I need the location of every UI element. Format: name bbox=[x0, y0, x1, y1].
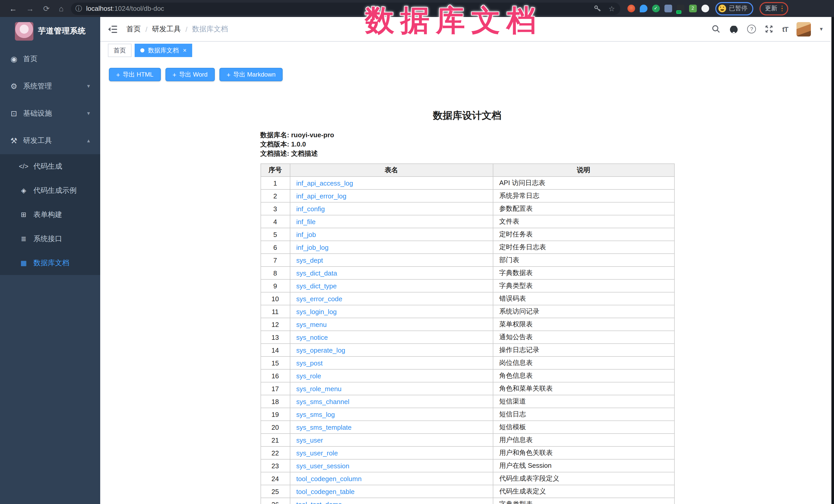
bookmark-star-icon[interactable]: ☆ bbox=[609, 4, 615, 13]
forward-icon[interactable]: → bbox=[26, 5, 34, 12]
table-name-link[interactable]: sys_dict_type bbox=[296, 282, 337, 290]
breadcrumb-home[interactable]: 首页 bbox=[126, 24, 141, 34]
password-key-icon[interactable] bbox=[593, 5, 601, 12]
table-name-link[interactable]: inf_job_log bbox=[296, 243, 329, 251]
menu-item-label: 首页 bbox=[23, 54, 38, 64]
table-header-row: 序号 表名 说明 bbox=[261, 164, 674, 177]
extension-icon[interactable] bbox=[652, 5, 660, 12]
page-content: + 导出 HTML + 导出 Word + 导出 Markdown bbox=[100, 58, 834, 504]
sidebar-menu-item[interactable]: ⚒ 研发工具 ▴ bbox=[0, 127, 100, 154]
table-name-link[interactable]: sys_menu bbox=[296, 321, 327, 328]
table-row: 26 tool_test_demo 字典类型表 bbox=[261, 498, 674, 504]
sidebar-submenu-item[interactable]: ▦ 数据库文档 bbox=[0, 251, 100, 275]
extension-icon[interactable] bbox=[677, 5, 684, 12]
row-number: 6 bbox=[261, 241, 290, 254]
paused-status-chip[interactable]: 已暂停 bbox=[715, 2, 753, 15]
table-name-link[interactable]: tool_codegen_table bbox=[296, 487, 355, 495]
extension-icon[interactable] bbox=[627, 5, 635, 12]
table-description: 岗位信息表 bbox=[493, 356, 674, 369]
help-icon[interactable]: ? bbox=[747, 25, 756, 34]
user-avatar[interactable] bbox=[797, 22, 811, 36]
table-name-link[interactable]: sys_dept bbox=[296, 256, 323, 264]
row-number: 16 bbox=[261, 369, 290, 382]
table-name-link[interactable]: sys_post bbox=[296, 359, 323, 367]
tab-close-icon[interactable]: × bbox=[183, 47, 186, 53]
sidebar-menu-item[interactable]: ⊡ 基础设施 ▾ bbox=[0, 100, 100, 127]
table-row: 9 sys_dict_type 字典类型表 bbox=[261, 279, 674, 292]
table-name-link[interactable]: sys_user_session bbox=[296, 462, 349, 469]
breadcrumb-current: 数据库文档 bbox=[192, 24, 228, 34]
export-button[interactable]: + 导出 Markdown bbox=[219, 68, 283, 81]
github-icon[interactable] bbox=[729, 24, 739, 34]
table-name-link[interactable]: inf_file bbox=[296, 218, 315, 225]
table-name-link[interactable]: tool_codegen_column bbox=[296, 475, 361, 482]
table-name-link[interactable]: sys_operate_log bbox=[296, 346, 345, 354]
tab-db-doc[interactable]: 数据库文档 × bbox=[135, 43, 192, 57]
fullscreen-icon[interactable] bbox=[765, 25, 774, 34]
table-description: 定时任务表 bbox=[493, 228, 674, 241]
table-description: 参数配置表 bbox=[493, 202, 674, 215]
table-name-link[interactable]: sys_notice bbox=[296, 333, 328, 341]
sidebar-submenu-item[interactable]: ◈ 代码生成示例 bbox=[0, 178, 100, 202]
table-name-link[interactable]: tool_test_demo bbox=[296, 500, 342, 504]
submenu-item-icon: ▦ bbox=[19, 259, 29, 267]
row-number: 1 bbox=[261, 177, 290, 190]
table-row: 23 sys_user_session 用户在线 Session bbox=[261, 459, 674, 472]
sidebar-menu-item[interactable]: ◉ 首页 bbox=[0, 45, 100, 72]
extensions-puzzle-icon[interactable] bbox=[701, 5, 709, 12]
chevron-icon: ▴ bbox=[87, 137, 90, 144]
sidebar-submenu-item[interactable]: </> 代码生成 bbox=[0, 154, 100, 178]
table-description: 字典类型表 bbox=[493, 279, 674, 292]
table-name-link[interactable]: sys_sms_channel bbox=[296, 398, 349, 405]
table-name-link[interactable]: sys_login_log bbox=[296, 308, 337, 315]
table-name-link[interactable]: sys_role bbox=[296, 372, 321, 379]
doc-meta-line: 文档描述: 文档描述 bbox=[260, 149, 674, 158]
extension-icon[interactable] bbox=[639, 5, 647, 12]
col-header-name: 表名 bbox=[290, 164, 493, 177]
sidebar-collapse-icon[interactable] bbox=[108, 25, 117, 33]
table-name-link[interactable]: sys_role_menu bbox=[296, 385, 342, 392]
table-name-link[interactable]: sys_sms_template bbox=[296, 423, 351, 431]
table-name-link[interactable]: inf_config bbox=[296, 205, 325, 213]
table-name-link[interactable]: inf_api_error_log bbox=[296, 192, 346, 200]
emoji-face-icon bbox=[718, 5, 726, 12]
submenu-item-icon: </> bbox=[19, 162, 29, 170]
table-name-link[interactable]: sys_error_code bbox=[296, 295, 342, 303]
sidebar-menu-item[interactable]: ⚙ 系统管理 ▾ bbox=[0, 72, 100, 100]
search-icon[interactable] bbox=[712, 25, 721, 34]
tab-home[interactable]: 首页 bbox=[108, 43, 132, 57]
table-description: 部门表 bbox=[493, 254, 674, 266]
browser-menu-icon[interactable] bbox=[781, 6, 783, 12]
update-browser-chip[interactable]: 更新 bbox=[759, 2, 788, 15]
chevron-icon: ▾ bbox=[87, 83, 90, 89]
breadcrumb-devtools[interactable]: 研发工具 bbox=[152, 24, 181, 34]
sidebar-submenu-item[interactable]: ⊞ 表单构建 bbox=[0, 202, 100, 227]
reload-icon[interactable]: ⟳ bbox=[43, 5, 50, 12]
table-row: 2 inf_api_error_log 系统异常日志 bbox=[261, 190, 674, 202]
table-name-link[interactable]: sys_sms_log bbox=[296, 411, 335, 418]
table-name-link[interactable]: sys_user bbox=[296, 436, 323, 444]
doc-meta: 数据库名: ruoyi-vue-pro 文档版本: 1.0.0 文档描述: bbox=[260, 131, 674, 158]
table-name-link[interactable]: inf_job bbox=[296, 231, 316, 238]
extension-icon[interactable] bbox=[689, 5, 697, 12]
export-button[interactable]: + 导出 Word bbox=[165, 68, 215, 81]
site-info-icon[interactable]: ⓘ bbox=[75, 4, 82, 13]
table-name-link[interactable]: inf_api_access_log bbox=[296, 179, 353, 187]
back-icon[interactable]: ← bbox=[9, 5, 17, 12]
table-row: 11 sys_login_log 系统访问记录 bbox=[261, 305, 674, 318]
table-name-link[interactable]: sys_dict_data bbox=[296, 269, 337, 277]
table-name-link[interactable]: sys_user_role bbox=[296, 449, 338, 457]
user-menu-caret-icon[interactable]: ▾ bbox=[820, 26, 823, 32]
table-row: 17 sys_role_menu 角色和菜单关联表 bbox=[261, 382, 674, 395]
app-logo-row[interactable]: 芋道管理系统 bbox=[0, 17, 100, 45]
row-number: 19 bbox=[261, 408, 290, 421]
doc-meta-value: ruoyi-vue-pro bbox=[291, 131, 334, 139]
table-description: 用户在线 Session bbox=[493, 459, 674, 472]
table-row: 6 inf_job_log 定时任务日志表 bbox=[261, 241, 674, 254]
home-icon[interactable]: ⌂ bbox=[59, 5, 63, 12]
export-button[interactable]: + 导出 HTML bbox=[109, 68, 160, 81]
extension-icon[interactable] bbox=[664, 5, 672, 12]
table-description: 代码生成表定义 bbox=[493, 485, 674, 498]
sidebar-submenu-item[interactable]: ≣ 系统接口 bbox=[0, 227, 100, 251]
font-size-icon[interactable]: tT bbox=[782, 25, 788, 33]
